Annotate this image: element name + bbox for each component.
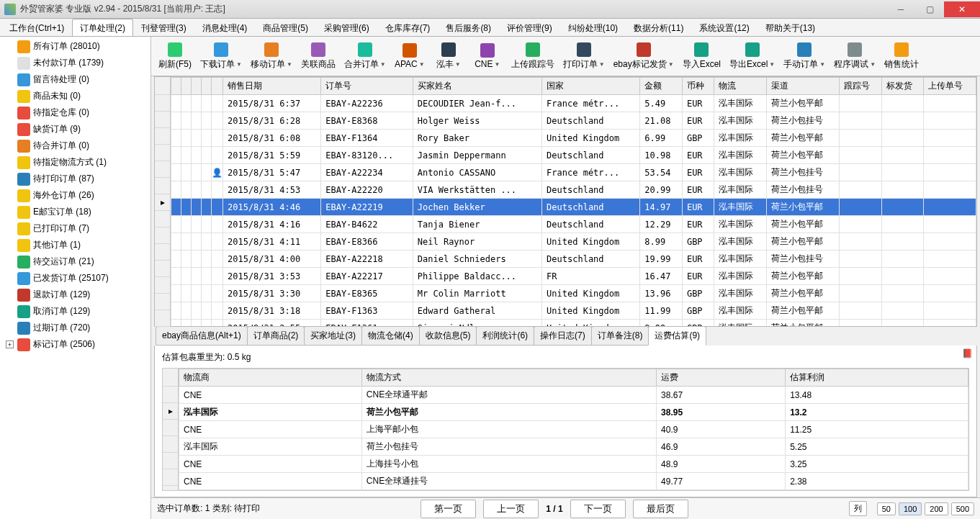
- sidebar-item[interactable]: 已打印订单 (7): [0, 220, 150, 237]
- detail-tab[interactable]: 买家地址(3): [304, 326, 362, 346]
- main-tab[interactable]: 评价管理(9): [499, 19, 560, 36]
- table-row[interactable]: 2015/8/31 3:53EBAY-A22217Philippe Baldac…: [171, 268, 976, 285]
- main-tab[interactable]: 帮助关于(13): [758, 19, 823, 36]
- sidebar-item[interactable]: 待交运订单 (21): [0, 253, 150, 270]
- detail-tab[interactable]: ebay商品信息(Alt+1): [156, 326, 248, 346]
- table-row[interactable]: 2015/8/31 5:59EBAY-83120...Jasmin Depper…: [171, 147, 976, 164]
- detail-tab[interactable]: 收款信息(5): [419, 326, 477, 346]
- main-tab[interactable]: 系统设置(12): [691, 19, 757, 36]
- next-page-button[interactable]: 下一页: [570, 500, 626, 518]
- main-tab[interactable]: 刊登管理(3): [133, 19, 194, 36]
- toolbar-button[interactable]: CNE▼: [468, 42, 507, 71]
- column-header[interactable]: 物流: [714, 78, 767, 95]
- table-row[interactable]: CNECNE全球通平邮38.6713.48: [179, 387, 968, 404]
- table-row[interactable]: 2015/8/31 2:55EBAY-F1361Singani NdlovuUn…: [171, 320, 976, 327]
- column-button[interactable]: 列: [849, 501, 867, 516]
- table-row[interactable]: 2015/8/31 4:11EBAY-E8366Neil RaynorUnite…: [171, 233, 976, 251]
- toolbar-button[interactable]: 下载订单▼: [196, 41, 246, 72]
- toolbar-button[interactable]: 打印订单▼: [559, 41, 609, 72]
- column-header[interactable]: 金额: [640, 78, 683, 95]
- column-header[interactable]: 估算利润: [786, 369, 968, 387]
- table-row[interactable]: 2015/8/31 6:08EBAY-F1364Rory BakerUnited…: [171, 130, 976, 147]
- toolbar-button[interactable]: ebay标记发货▼: [609, 41, 678, 72]
- sidebar-item[interactable]: 未付款订单 (1739): [0, 55, 150, 71]
- toolbar-button[interactable]: 合并订单▼: [340, 41, 390, 72]
- expand-icon[interactable]: +: [6, 340, 14, 348]
- sidebar-item[interactable]: 待指定物流方式 (1): [0, 154, 150, 171]
- sidebar-item[interactable]: 留言待处理 (0): [0, 71, 150, 88]
- column-header[interactable]: 销售日期: [223, 78, 321, 95]
- column-header[interactable]: 国家: [542, 78, 640, 95]
- column-header[interactable]: 标发货: [881, 78, 923, 95]
- detail-tab[interactable]: 物流仓储(4): [361, 326, 420, 346]
- sidebar-item[interactable]: +标记订单 (2506): [0, 336, 150, 353]
- prev-page-button[interactable]: 上一页: [483, 500, 539, 518]
- main-tab[interactable]: 采购管理(6): [316, 19, 377, 36]
- detail-tab[interactable]: 运费估算(9): [648, 326, 706, 346]
- table-row[interactable]: 2015/8/31 3:18EBAY-F1363Edward GatheralU…: [171, 302, 976, 320]
- sidebar-item[interactable]: 已发货订单 (25107): [0, 270, 150, 286]
- column-header[interactable]: 跟踪号: [840, 78, 881, 95]
- sidebar-item[interactable]: 过期订单 (720): [0, 320, 150, 336]
- detail-tab[interactable]: 操作日志(7): [534, 326, 592, 346]
- column-header[interactable]: 币种: [682, 78, 714, 95]
- sidebar-item[interactable]: 退款订单 (129): [0, 286, 150, 303]
- minimize-button[interactable]: ─: [886, 1, 915, 17]
- table-row[interactable]: 2015/8/31 3:30EBAY-E8365Mr Colin Marriot…: [171, 285, 976, 302]
- toolbar-button[interactable]: 上传跟踪号: [507, 41, 559, 72]
- sidebar-item[interactable]: 取消订单 (129): [0, 303, 150, 320]
- main-tab[interactable]: 数据分析(11): [626, 19, 691, 36]
- main-tab[interactable]: 订单处理(2): [72, 19, 133, 36]
- table-row[interactable]: 2015/8/31 4:46EBAY-A22219Jochen BekkerDe…: [171, 199, 976, 216]
- column-header[interactable]: 渠道: [766, 78, 839, 95]
- toolbar-button[interactable]: 手动订单▼: [779, 41, 830, 72]
- sidebar-item[interactable]: 商品未知 (0): [0, 88, 150, 104]
- table-row[interactable]: 2015/8/31 4:53EBAY-A22220VIA Werkstätten…: [171, 181, 976, 199]
- sidebar-item[interactable]: 其他订单 (1): [0, 237, 150, 253]
- toolbar-button[interactable]: 关联商品: [297, 41, 340, 72]
- book-icon[interactable]: 📕: [962, 348, 974, 360]
- column-header[interactable]: 上传单号: [924, 78, 976, 95]
- table-row[interactable]: CNECNE全球通挂号49.772.38: [179, 473, 968, 490]
- column-header[interactable]: 买家姓名: [413, 78, 541, 95]
- last-page-button[interactable]: 最后页: [633, 500, 688, 518]
- table-row[interactable]: CNE上海挂号小包48.93.25: [179, 456, 968, 473]
- page-size-button[interactable]: 500: [951, 502, 974, 515]
- detail-tab[interactable]: 利润统计(6): [476, 326, 534, 346]
- main-tab[interactable]: 纠纷处理(10): [560, 19, 626, 36]
- column-header[interactable]: 物流方式: [361, 369, 656, 387]
- close-button[interactable]: ✕: [944, 1, 980, 17]
- table-row[interactable]: 泓丰国际荷兰小包平邮38.9513.2: [179, 404, 968, 421]
- toolbar-button[interactable]: 销售统计: [880, 41, 923, 72]
- sidebar-item[interactable]: 缺货订单 (9): [0, 121, 150, 137]
- toolbar-button[interactable]: 导出Excel▼: [725, 41, 779, 72]
- main-tab[interactable]: 售后服务(8): [438, 19, 499, 36]
- toolbar-button[interactable]: 刷新(F5): [154, 41, 196, 72]
- toolbar-button[interactable]: 移动订单▼: [246, 41, 297, 72]
- toolbar-button[interactable]: 泓丰▼: [429, 41, 468, 72]
- sidebar-item[interactable]: 待合并订单 (0): [0, 137, 150, 154]
- table-row[interactable]: 2015/8/31 4:16EBAY-B4622Tanja BienerDeut…: [171, 216, 976, 233]
- column-header[interactable]: 物流商: [179, 369, 362, 387]
- orders-table[interactable]: 销售日期订单号买家姓名国家金额币种物流渠道跟踪号标发货上传单号2015/8/31…: [171, 77, 976, 326]
- table-row[interactable]: CNE上海平邮小包40.911.25: [179, 421, 968, 438]
- shipping-table[interactable]: 物流商物流方式运费估算利润CNECNE全球通平邮38.6713.48泓丰国际荷兰…: [179, 369, 968, 490]
- main-tab[interactable]: 消息处理(4): [194, 19, 256, 36]
- detail-tab[interactable]: 订单备注(8): [591, 326, 649, 346]
- sidebar-item[interactable]: 所有订单 (28010): [0, 38, 150, 55]
- page-size-button[interactable]: 100: [899, 502, 922, 515]
- main-tab[interactable]: 仓库库存(7): [377, 19, 439, 36]
- sidebar-item[interactable]: 待指定仓库 (0): [0, 104, 150, 121]
- sidebar-item[interactable]: E邮宝订单 (18): [0, 204, 150, 220]
- main-tab[interactable]: 商品管理(5): [255, 19, 316, 36]
- column-header[interactable]: 运费: [657, 369, 786, 387]
- maximize-button[interactable]: ▢: [915, 1, 944, 17]
- table-row[interactable]: 2015/8/31 6:28EBAY-E8368Holger WeissDeut…: [171, 112, 976, 130]
- page-size-button[interactable]: 50: [877, 502, 896, 515]
- table-row[interactable]: 泓丰国际荷兰小包挂号46.95.25: [179, 438, 968, 456]
- sidebar-item[interactable]: 待打印订单 (87): [0, 171, 150, 187]
- sidebar-item[interactable]: 海外仓订单 (26): [0, 187, 150, 204]
- detail-tab[interactable]: 订单商品(2): [247, 326, 305, 346]
- table-row[interactable]: 2015/8/31 6:37EBAY-A22236DECOUDIER Jean-…: [171, 95, 976, 112]
- table-row[interactable]: 2015/8/31 4:00EBAY-A22218Daniel Schniede…: [171, 251, 976, 268]
